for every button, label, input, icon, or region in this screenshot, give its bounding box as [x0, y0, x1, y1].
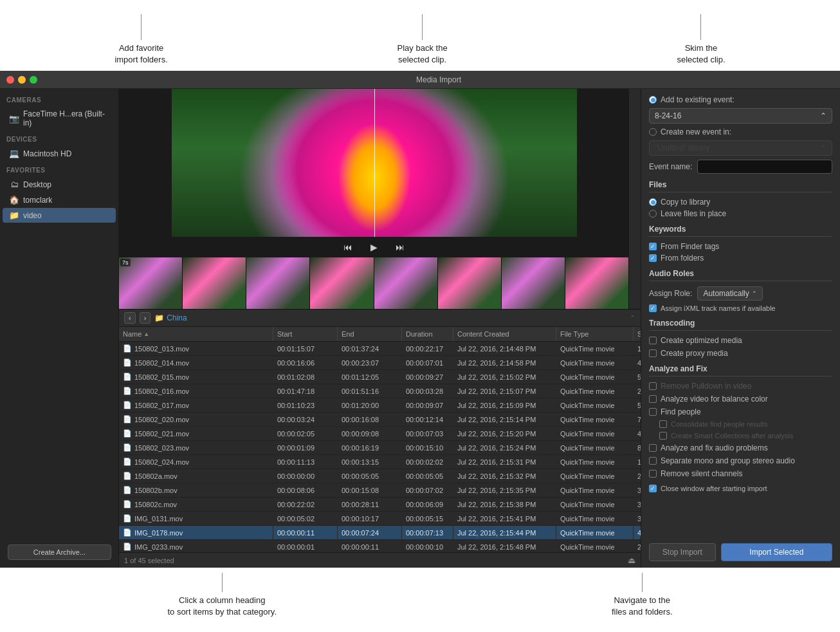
app-window: Media Import CAMERAS 📷 FaceTime H...era … — [0, 71, 840, 568]
checkbox-close-window[interactable]: ✓ Close window after starting import — [649, 485, 832, 492]
sidebar-item-tomclark[interactable]: 🏠 tomclark — [3, 192, 116, 207]
checkbox-folders[interactable]: ✓ From folders — [649, 254, 832, 263]
event-name-input[interactable] — [697, 160, 832, 174]
file-cell-start: 00:00:02:05 — [273, 427, 338, 440]
file-table: 📄 150802_013.mov 00:01:15:07 00:01:37:24… — [119, 342, 641, 552]
checkbox-silent-channels[interactable]: Remove silent channels — [649, 469, 832, 478]
new-library-dropdown[interactable]: "Untitled" library ⌃ — [649, 140, 832, 156]
sidebar-item-macintosh[interactable]: 💻 Macintosh HD — [3, 146, 116, 161]
file-cell-size: 35.4 MB — [634, 497, 641, 511]
skip-back-button[interactable]: ⏮ — [340, 241, 356, 254]
play-button[interactable]: ▶ — [367, 241, 381, 254]
radio-create-new[interactable]: Create new event in: — [649, 127, 832, 136]
dropdown-arrow[interactable]: ⌃ — [630, 314, 635, 322]
minimize-button[interactable] — [18, 76, 26, 84]
assign-role-dropdown[interactable]: Automatically ⌃ — [697, 286, 762, 301]
col-header-start[interactable]: Start — [273, 327, 338, 341]
filmstrip-frame-8 — [565, 257, 629, 309]
sidebar-item-camera[interactable]: 📷 FaceTime H...era (Built-in) — [3, 107, 116, 130]
table-row[interactable]: 📄 150802_014.mov 00:00:16:06 00:00:23:07… — [119, 356, 641, 370]
checkbox-audio-problems[interactable]: Analyze and fix audio problems — [649, 443, 832, 452]
table-row[interactable]: 📄 150802_023.mov 00:00:01:09 00:00:16:19… — [119, 441, 641, 455]
eject-button[interactable]: ⏏ — [628, 555, 635, 565]
import-selected-button[interactable]: Import Selected — [721, 543, 832, 561]
folder-icon-toolbar: 📁 — [154, 313, 164, 322]
table-row[interactable]: 📄 150802b.mov 00:00:08:06 00:00:15:08 00… — [119, 483, 641, 497]
file-cell-name: 📄 150802_014.mov — [119, 356, 273, 369]
file-cell-size: 28.6 MB — [634, 469, 641, 483]
table-row[interactable]: 📄 150802_013.mov 00:01:15:07 00:01:37:24… — [119, 342, 641, 356]
consolidate-checkbox — [659, 420, 667, 428]
table-row[interactable]: 📄 150802a.mov 00:00:00:00 00:00:05:05 00… — [119, 469, 641, 483]
stop-import-button[interactable]: Stop Import — [649, 543, 716, 561]
table-row[interactable]: 📄 150802_016.mov 00:01:47:18 00:01:51:16… — [119, 384, 641, 398]
checkbox-separate-mono[interactable]: Separate mono and group stereo audio — [649, 456, 832, 465]
checkbox-consolidate[interactable]: Consolidate find people results — [649, 420, 832, 428]
file-cell-type: QuickTime movie — [556, 413, 634, 426]
smart-collections-checkbox — [659, 432, 667, 440]
col-header-duration[interactable]: Duration — [402, 327, 453, 341]
table-row[interactable]: 📄 150802_021.mov 00:00:02:05 00:00:09:08… — [119, 427, 641, 441]
table-row[interactable]: 📄 150802_017.mov 00:01:10:23 00:01:20:00… — [119, 398, 641, 413]
file-cell-type: QuickTime movie — [556, 441, 634, 454]
col-header-size[interactable]: Size — [634, 327, 641, 341]
file-cell-start: 00:01:10:23 — [273, 398, 338, 412]
col-header-created[interactable]: Content Created — [453, 327, 556, 341]
file-cell-end: 00:00:16:19 — [338, 441, 402, 454]
file-cell-name: 📄 150802_023.mov — [119, 441, 273, 454]
folder-icon: 📁 — [9, 210, 19, 220]
col-header-name[interactable]: Name ▲ — [119, 327, 273, 341]
checkbox-ixml[interactable]: ✓ Assign iXML track names if available — [649, 304, 832, 312]
filmstrip: 7s — [119, 257, 629, 309]
radio-copy-library[interactable]: Copy to library — [649, 198, 832, 207]
table-row[interactable]: 📄 IMG_0178.mov 00:00:00:11 00:00:07:24 0… — [119, 526, 641, 540]
sidebar-item-desktop[interactable]: 🗂 Desktop — [3, 177, 116, 192]
file-icon: 📄 — [123, 528, 132, 537]
checkbox-proxy[interactable]: Create proxy media — [649, 349, 832, 358]
audio-roles-title: Audio Roles — [649, 269, 832, 281]
file-cell-name: 📄 150802_024.mov — [119, 455, 273, 469]
main-content: ⏮ ▶ ⏭ 7s — [119, 89, 641, 568]
col-header-type[interactable]: File Type — [556, 327, 634, 341]
table-row[interactable]: 📄 IMG_0131.mov 00:00:05:02 00:00:10:17 0… — [119, 512, 641, 526]
file-cell-size: 70.7 MB — [634, 413, 641, 426]
file-cell-duration: 00:00:12:14 — [402, 413, 453, 426]
file-cell-name: 📄 150802_015.mov — [119, 370, 273, 384]
checkbox-smart-collections[interactable]: Create Smart Collections after analysis — [649, 432, 832, 440]
table-row[interactable]: 📄 150802c.mov 00:00:22:02 00:00:28:11 00… — [119, 497, 641, 512]
keywords-title: Keywords — [649, 225, 832, 237]
sidebar-item-video[interactable]: 📁 video — [3, 208, 116, 223]
table-row[interactable]: 📄 150802_024.mov 00:00:11:13 00:00:13:15… — [119, 455, 641, 469]
checkbox-balance[interactable]: Analyze video for balance color — [649, 395, 832, 404]
radio-create-new-indicator — [649, 128, 657, 136]
file-icon: 📄 — [123, 401, 132, 409]
file-cell-name: 📄 IMG_0233.mov — [119, 540, 273, 552]
checkbox-finder-tags[interactable]: ✓ From Finder tags — [649, 242, 832, 251]
skip-forward-button[interactable]: ⏭ — [392, 241, 408, 254]
file-cell-start: 00:00:22:02 — [273, 497, 338, 511]
radio-leave-indicator — [649, 210, 657, 218]
table-row[interactable]: 📄 150802_020.mov 00:00:03:24 00:00:16:08… — [119, 413, 641, 427]
col-header-end[interactable]: End — [338, 327, 402, 341]
table-row[interactable]: 📄 150802_015.mov 00:01:02:08 00:01:12:05… — [119, 370, 641, 384]
file-cell-type: QuickTime movie — [556, 398, 634, 412]
table-row[interactable]: 📄 IMG_0233.mov 00:00:00:01 00:00:00:11 0… — [119, 540, 641, 552]
radio-add-existing[interactable]: Add to existing event: — [649, 95, 832, 104]
create-archive-button[interactable]: Create Archive... — [8, 544, 111, 560]
event-dropdown[interactable]: 8-24-16 ⌃ — [649, 108, 832, 124]
radio-leave-in-place[interactable]: Leave files in place — [649, 209, 832, 218]
file-cell-duration: 00:00:22:17 — [402, 342, 453, 355]
fullscreen-button[interactable] — [30, 76, 37, 84]
forward-button[interactable]: › — [140, 312, 151, 324]
checkbox-optimized[interactable]: Create optimized media — [649, 336, 832, 345]
file-cell-size: 12.6 MB — [634, 455, 641, 469]
keywords-checkbox-group: ✓ From Finder tags ✓ From folders — [649, 242, 832, 263]
checkbox-find-people[interactable]: Find people — [649, 407, 832, 416]
file-cell-duration: 00:00:06:09 — [402, 497, 453, 511]
back-button[interactable]: ‹ — [124, 312, 136, 324]
close-button[interactable] — [6, 76, 14, 84]
preview-wrapper: ⏮ ▶ ⏭ 7s — [119, 89, 629, 309]
file-cell-start: 00:01:02:08 — [273, 370, 338, 384]
checkbox-pulldown[interactable]: Remove Pulldown in video — [649, 382, 832, 391]
bottom-annotations: Click a column headingto sort items by t… — [0, 568, 840, 632]
